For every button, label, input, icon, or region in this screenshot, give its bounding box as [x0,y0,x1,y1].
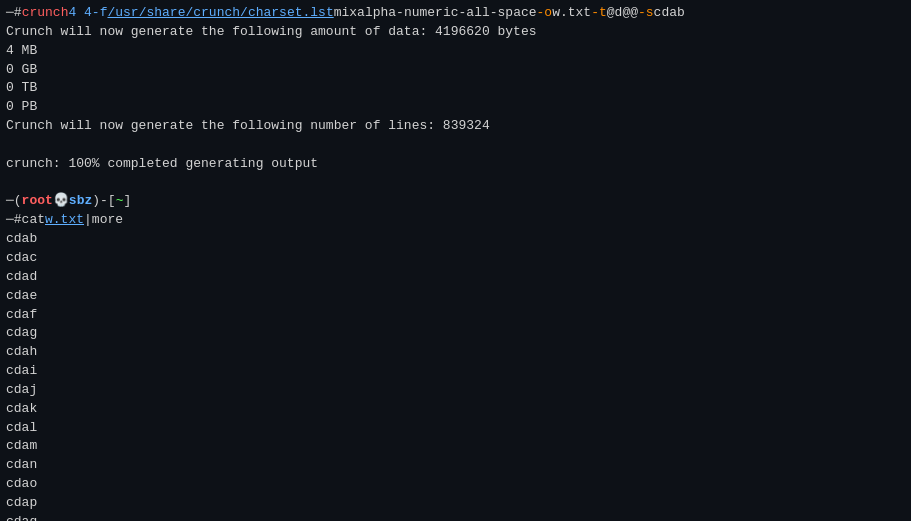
cmd-cat: cat [22,211,45,230]
prompt2-user: root [22,192,53,211]
list-item: cdal [6,419,905,438]
list-item: cdaq [6,513,905,521]
output-line-2: 4 MB [6,42,905,61]
list-item: cdah [6,343,905,362]
output-list: cdabcdaccdadcdaecdafcdagcdahcdaicdajcdak… [6,230,905,521]
cmd-flag-f: -f [92,4,108,23]
cmd-t-flag: -t [591,4,607,23]
cmd-more: more [92,211,123,230]
cmd-filename: w.txt [45,211,84,230]
list-item: cdaj [6,381,905,400]
prompt2-bracket: )-[ [92,192,115,211]
list-item: cdae [6,287,905,306]
prompt2-dash: ─( [6,192,22,211]
output-line-9 [6,174,905,193]
command-line-1: ─# crunch 4 4 -f /usr/share/crunch/chars… [6,4,905,23]
terminal-window: ─# crunch 4 4 -f /usr/share/crunch/chars… [0,0,911,521]
cmd-path: /usr/share/crunch/charset.lst [107,4,333,23]
cmd-o-flag: -o [537,4,553,23]
list-item: cdak [6,400,905,419]
skull-icon: 💀 [53,192,69,211]
list-item: cdaf [6,306,905,325]
output-line-7 [6,136,905,155]
cmd-pattern: @d@@ [607,4,638,23]
list-item: cdan [6,456,905,475]
list-item: cdao [6,475,905,494]
list-item: cdap [6,494,905,513]
prompt2-bracket-close: ] [123,192,131,211]
output-line-5: 0 PB [6,98,905,117]
output-line-4: 0 TB [6,79,905,98]
output-line-8: crunch: 100% completed generating output [6,155,905,174]
output-line-6: Crunch will now generate the following n… [6,117,905,136]
output-line-3: 0 GB [6,61,905,80]
cmd-wordlist: mixalpha-numeric-all-space [334,4,537,23]
cmd-args: 4 4 [68,4,91,23]
cmd-start: cdab [654,4,685,23]
cmd-pipe: | [84,211,92,230]
prompt2-host: sbz [69,192,92,211]
command-line-2: ─# cat w.txt | more [6,211,905,230]
list-item: cdag [6,324,905,343]
prompt2-hash: ─# [6,211,22,230]
prompt-line-2: ─(root💀sbz)-[~] [6,192,905,211]
cmd-crunch: crunch [22,4,69,23]
cmd-outfile: w.txt [552,4,591,23]
list-item: cdad [6,268,905,287]
list-item: cdac [6,249,905,268]
prompt2-dir: ~ [116,192,124,211]
list-item: cdam [6,437,905,456]
prompt-hash: # [14,4,22,23]
list-item: cdab [6,230,905,249]
cmd-s-flag: -s [638,4,654,23]
prompt-dash: ─ [6,4,14,23]
list-item: cdai [6,362,905,381]
output-line-1: Crunch will now generate the following a… [6,23,905,42]
